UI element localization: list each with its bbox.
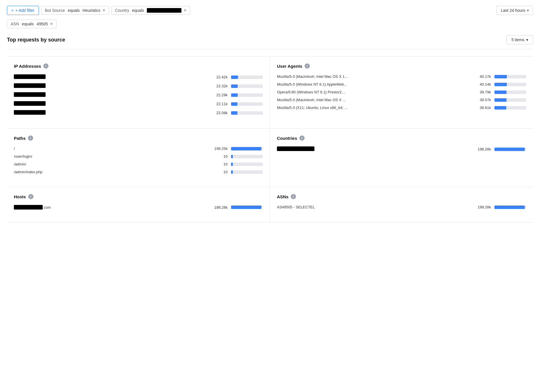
table-row: 22.11k: [14, 101, 263, 107]
ip-value: 22.08k: [210, 111, 228, 115]
table-row: Mozilla/5.0 (Macintosh; Intel Mac OS X .…: [277, 98, 526, 102]
ip-addresses-title: IP Addresses i: [14, 63, 263, 69]
bar-container: [231, 84, 263, 88]
hosts-info-icon[interactable]: i: [28, 194, 33, 199]
table-row: 198.28k: [277, 146, 526, 152]
asn-filter-value: 49505: [37, 22, 48, 26]
bot-source-filter-operator: equals: [67, 8, 81, 13]
paths-title: Paths i: [14, 135, 263, 141]
ua-label: Mozilla/5.0 (Macintosh; Intel Mac OS X 1…: [277, 74, 375, 79]
countries-info-icon[interactable]: i: [299, 135, 305, 141]
bar-fill: [231, 147, 261, 150]
filter-row-top: + + Add filter Bot Source equals Heurist…: [7, 6, 533, 15]
path-label: /admin/: [14, 162, 112, 166]
host-masked: [14, 205, 43, 210]
ip-masked: [14, 92, 46, 97]
table-row: 22.42k: [14, 74, 263, 80]
asns-info-icon[interactable]: i: [291, 194, 296, 199]
asns-cell: ASNs i AS49505 - SELECTEL 198.28k: [270, 187, 533, 223]
country-filter-value-masked: [147, 8, 181, 13]
bar-fill: [231, 93, 238, 97]
table-row: Opera/9.80 (Windows NT 6.1) Presto/2....…: [277, 90, 526, 94]
country-filter-operator: equals: [131, 8, 145, 13]
user-agents-info-icon[interactable]: i: [305, 63, 310, 69]
country-masked: [277, 146, 314, 151]
country-value: 198.28k: [474, 147, 491, 151]
ua-label: Mozilla/5.0 (X11; Ubuntu; Linux x86_64; …: [277, 105, 375, 110]
bar-fill: [494, 106, 506, 110]
user-agents-title: User Agents i: [277, 63, 526, 69]
ip-value: 22.42k: [210, 75, 228, 79]
host-suffix: .com: [43, 205, 51, 210]
hosts-rows: .com 198.28k: [14, 205, 263, 210]
ip-addresses-rows: 22.42k 22.32k 22.29k 22.11k 22.08k: [14, 74, 263, 116]
bar-fill: [231, 111, 237, 115]
data-grid: IP Addresses i 22.42k 22.32k 22.29k 22.1…: [7, 56, 533, 223]
country-filter-tag[interactable]: Country equals ×: [111, 6, 190, 15]
paths-info-icon[interactable]: i: [28, 135, 33, 141]
bar-container: [231, 93, 263, 97]
paths-rows: / 198.25k /user/login/ 10 /admin/ 10 /ad…: [14, 146, 263, 174]
bar-container: [494, 148, 526, 151]
bar-container: [231, 147, 263, 150]
ua-label: Mozilla/5.0 (Macintosh; Intel Mac OS X .…: [277, 98, 375, 102]
bar-container: [231, 170, 263, 174]
ip-masked: [14, 83, 46, 88]
bar-fill: [494, 206, 525, 209]
host-value: 198.28k: [210, 205, 228, 210]
table-row: 22.32k: [14, 83, 263, 89]
bar-container: [231, 163, 263, 166]
asn-filter-remove[interactable]: ×: [50, 22, 53, 26]
path-value: 10: [210, 170, 228, 174]
hosts-cell: Hosts i .com 198.28k: [7, 187, 270, 223]
table-row: /admin/ 10: [14, 162, 263, 166]
bar-container: [231, 111, 263, 115]
ua-value: 40.17k: [474, 74, 491, 79]
path-label: /admin/index.php: [14, 170, 112, 174]
asn-filter-label: ASN: [11, 22, 19, 26]
bar-fill: [231, 76, 238, 79]
chevron-down-icon: ▾: [527, 8, 529, 12]
bot-source-filter-label: Bot Source: [45, 8, 65, 13]
bar-fill: [231, 206, 261, 209]
bar-container: [231, 206, 263, 209]
bar-container: [494, 206, 526, 209]
table-row: /admin/index.php 10: [14, 170, 263, 174]
time-range-select[interactable]: Last 24 hours ▾: [496, 6, 533, 15]
bar-fill: [231, 170, 233, 174]
countries-title: Countries i: [277, 135, 526, 141]
ua-value: 39.79k: [474, 90, 491, 94]
section-title: Top requests by source: [7, 37, 65, 43]
country-filter-remove[interactable]: ×: [184, 8, 186, 13]
table-row: /user/login/ 10: [14, 154, 263, 159]
bar-container: [231, 102, 263, 106]
path-value: 10: [210, 154, 228, 159]
user-agents-cell: User Agents i Mozilla/5.0 (Macintosh; In…: [270, 56, 533, 129]
path-label: /user/login/: [14, 154, 112, 159]
country-filter-label: Country: [115, 8, 129, 13]
ip-addresses-info-icon[interactable]: i: [43, 63, 48, 69]
bar-fill: [494, 98, 507, 102]
table-row: Mozilla/5.0 (Windows NT 6.1) AppleWeb...…: [277, 82, 526, 86]
time-range-label: Last 24 hours: [501, 8, 525, 13]
add-filter-button[interactable]: + + Add filter: [7, 6, 39, 15]
section-header: Top requests by source 5 items ▾: [7, 35, 533, 49]
bar-fill: [231, 163, 233, 166]
bar-container: [494, 83, 526, 86]
bar-fill: [494, 75, 507, 78]
asn-filter-tag[interactable]: ASN equals 49505 ×: [7, 20, 57, 28]
ua-label: Mozilla/5.0 (Windows NT 6.1) AppleWeb...: [277, 82, 375, 86]
ua-value: 39.57k: [474, 98, 491, 102]
items-count-select[interactable]: 5 items ▾: [507, 35, 533, 44]
items-count-chevron: ▾: [526, 37, 528, 42]
hosts-title: Hosts i: [14, 194, 263, 199]
table-row: Mozilla/5.0 (X11; Ubuntu; Linux x86_64; …: [277, 105, 526, 110]
asns-title: ASNs i: [277, 194, 526, 199]
bar-container: [231, 76, 263, 79]
plus-icon: +: [11, 8, 14, 13]
bot-source-filter-tag[interactable]: Bot Source equals Heuristics ×: [41, 6, 109, 15]
bot-source-filter-remove[interactable]: ×: [103, 8, 105, 13]
bot-source-filter-value: Heuristics: [82, 8, 100, 13]
asn-label: AS49505 - SELECTEL: [277, 205, 375, 209]
countries-rows: 198.28k: [277, 146, 526, 152]
